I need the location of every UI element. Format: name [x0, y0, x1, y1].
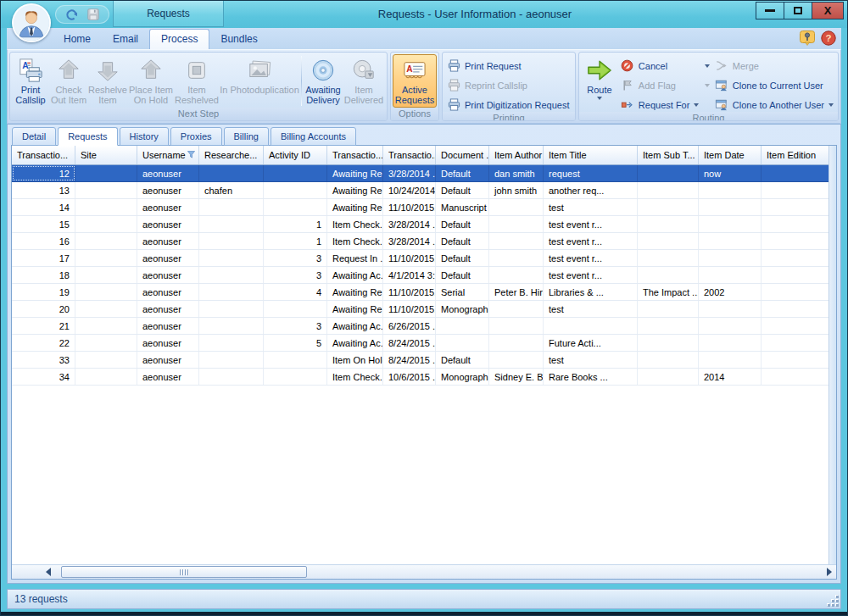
column-header[interactable]: Document ...	[436, 146, 489, 164]
table-cell[interactable]	[199, 267, 264, 283]
table-cell[interactable]: aeonuser	[137, 233, 199, 249]
scroll-right-button[interactable]	[823, 567, 835, 577]
table-cell[interactable]	[436, 318, 489, 334]
table-cell[interactable]	[75, 199, 137, 215]
table-cell[interactable]: 8/24/2015 ...	[383, 335, 436, 351]
table-cell[interactable]	[762, 301, 836, 317]
tab-billing-accounts[interactable]: Billing Accounts	[271, 127, 356, 146]
table-cell[interactable]	[762, 335, 836, 351]
vertical-scrollbar[interactable]	[828, 146, 836, 564]
table-cell[interactable]	[199, 216, 264, 232]
table-cell[interactable]: 11/10/2015...	[383, 199, 436, 215]
table-cell[interactable]: 3	[264, 318, 327, 334]
print-callslip-button[interactable]: A Print Callslip	[12, 54, 49, 108]
close-button[interactable]: X	[812, 2, 844, 19]
table-cell[interactable]	[762, 267, 836, 283]
column-header[interactable]: Item Sub T...	[638, 146, 699, 164]
table-cell[interactable]	[264, 199, 327, 215]
table-cell[interactable]: Awaiting Re...	[327, 199, 383, 215]
cancel-button[interactable]: Cancel	[621, 58, 710, 73]
table-cell[interactable]	[762, 216, 836, 232]
table-cell[interactable]: dan smith	[489, 165, 544, 181]
table-cell[interactable]	[75, 318, 137, 334]
table-row[interactable]: 18aeonuser3Awaiting Ac...4/1/2014 3:...D…	[12, 267, 836, 284]
table-cell[interactable]: Default	[436, 216, 489, 232]
tab-detail[interactable]: Detail	[12, 127, 56, 146]
table-cell[interactable]: The Impact ...	[638, 284, 699, 300]
table-cell[interactable]: test event r...	[544, 216, 638, 232]
pin-ribbon-icon[interactable]	[800, 31, 815, 46]
table-cell[interactable]: Rare Books ...	[544, 369, 638, 385]
column-header[interactable]: Item Edition	[762, 146, 836, 164]
table-cell[interactable]	[638, 182, 699, 198]
clone-to-another-user-button[interactable]: Clone to Another User	[715, 97, 834, 112]
table-cell[interactable]	[638, 199, 699, 215]
table-cell[interactable]: aeonuser	[137, 199, 199, 215]
active-requests-toggle[interactable]: A Active Requests	[393, 54, 437, 108]
table-cell[interactable]: 10/24/2014...	[383, 182, 436, 198]
table-cell[interactable]	[489, 250, 544, 266]
tab-history[interactable]: History	[120, 127, 169, 146]
table-cell[interactable]	[638, 301, 699, 317]
tab-billing[interactable]: Billing	[224, 127, 269, 146]
table-cell[interactable]: 3/28/2014 ...	[383, 165, 436, 181]
table-cell[interactable]: 1	[264, 233, 327, 249]
table-cell[interactable]: aeonuser	[137, 182, 199, 198]
table-cell[interactable]: 16	[12, 233, 75, 249]
column-header[interactable]: Transactio...	[383, 146, 436, 164]
table-cell[interactable]: test event r...	[544, 233, 638, 249]
table-cell[interactable]: 21	[12, 318, 75, 334]
table-cell[interactable]	[762, 284, 836, 300]
table-cell[interactable]: 2002	[699, 284, 762, 300]
table-row[interactable]: 16aeonuser1Item Check...3/28/2014 ...Def…	[12, 233, 836, 250]
table-cell[interactable]: 8/24/2015 ...	[383, 352, 436, 368]
table-cell[interactable]	[436, 335, 489, 351]
table-cell[interactable]: 13	[12, 182, 75, 198]
table-cell[interactable]	[638, 335, 699, 351]
table-cell[interactable]: now	[699, 165, 762, 181]
table-cell[interactable]: aeonuser	[137, 250, 199, 266]
table-cell[interactable]: Awaiting Ac...	[327, 335, 383, 351]
table-cell[interactable]	[75, 165, 137, 181]
table-cell[interactable]: 4	[264, 284, 327, 300]
table-cell[interactable]	[699, 318, 762, 334]
tab-requests[interactable]: Requests	[58, 127, 117, 146]
table-cell[interactable]	[762, 369, 836, 385]
table-cell[interactable]: aeonuser	[137, 352, 199, 368]
table-cell[interactable]	[489, 233, 544, 249]
table-cell[interactable]: test	[544, 199, 638, 215]
resize-grip[interactable]	[827, 595, 839, 607]
column-header[interactable]: Activity ID	[264, 146, 327, 164]
table-cell[interactable]	[638, 250, 699, 266]
table-cell[interactable]: 11/10/2015...	[383, 250, 436, 266]
print-digitization-request-button[interactable]: Print Digitization Request	[447, 97, 571, 112]
table-row[interactable]: 14aeonuserAwaiting Re...11/10/2015...Man…	[12, 199, 836, 216]
column-header[interactable]: Transactio...	[12, 146, 75, 164]
table-cell[interactable]	[699, 199, 762, 215]
table-cell[interactable]: aeonuser	[137, 335, 199, 351]
table-cell[interactable]	[75, 284, 137, 300]
table-cell[interactable]	[489, 216, 544, 232]
table-cell[interactable]	[199, 352, 264, 368]
table-cell[interactable]	[699, 352, 762, 368]
table-row[interactable]: 34aeonuserItem Check...10/6/2015 ...Mono…	[12, 369, 836, 386]
table-cell[interactable]	[762, 318, 836, 334]
table-cell[interactable]	[489, 352, 544, 368]
table-cell[interactable]	[762, 165, 836, 181]
table-cell[interactable]	[699, 335, 762, 351]
table-cell[interactable]: Awaiting Re...	[327, 182, 383, 198]
table-cell[interactable]: 1	[264, 216, 327, 232]
table-cell[interactable]: Item On Hold	[327, 352, 383, 368]
table-row[interactable]: 21aeonuser3Awaiting Ac...6/26/2015 ...	[12, 318, 836, 335]
table-cell[interactable]	[762, 352, 836, 368]
table-row[interactable]: 17aeonuser3Request In ...11/10/2015...De…	[12, 250, 836, 267]
table-cell[interactable]: 22	[12, 335, 75, 351]
table-cell[interactable]	[699, 182, 762, 198]
table-cell[interactable]: 3	[264, 267, 327, 283]
table-cell[interactable]: Peter B. Hirtle	[489, 284, 544, 300]
ribbon-tab-email[interactable]: Email	[102, 30, 149, 49]
table-cell[interactable]	[638, 216, 699, 232]
table-cell[interactable]: Item Check...	[327, 233, 383, 249]
table-cell[interactable]	[489, 318, 544, 334]
table-cell[interactable]	[199, 165, 264, 181]
